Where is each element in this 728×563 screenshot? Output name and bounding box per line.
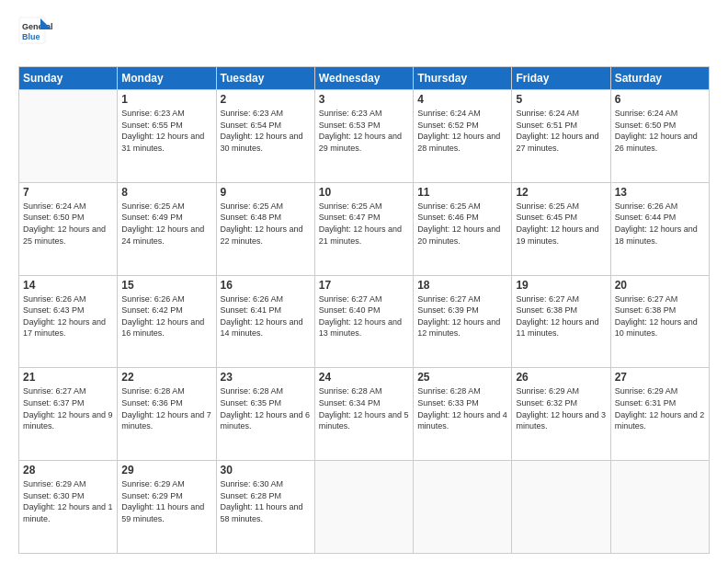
calendar-cell: 14Sunrise: 6:26 AMSunset: 6:43 PMDayligh…: [19, 275, 118, 368]
calendar-cell: [610, 461, 709, 554]
cell-info: Sunrise: 6:27 AMSunset: 6:38 PMDaylight:…: [516, 293, 606, 339]
cell-info: Sunrise: 6:25 AMSunset: 6:49 PMDaylight:…: [121, 201, 211, 247]
cell-info: Sunrise: 6:24 AMSunset: 6:52 PMDaylight:…: [417, 108, 507, 154]
sunset-label: Sunset: 6:38 PM: [615, 305, 677, 315]
sunset-label: Sunset: 6:36 PM: [121, 398, 183, 408]
sunset-label: Sunset: 6:49 PM: [121, 213, 183, 222]
cell-info: Sunrise: 6:28 AMSunset: 6:35 PMDaylight:…: [221, 385, 311, 431]
sunset-label: Sunset: 6:50 PM: [23, 213, 85, 222]
cell-info: Sunrise: 6:28 AMSunset: 6:33 PMDaylight:…: [417, 385, 507, 431]
sunset-label: Sunset: 6:39 PM: [417, 305, 479, 315]
day-number: 25: [417, 371, 507, 384]
day-number: 30: [221, 464, 311, 477]
calendar-cell: 24Sunrise: 6:28 AMSunset: 6:34 PMDayligh…: [314, 368, 413, 461]
sunrise-label: Sunrise: 6:24 AM: [516, 109, 579, 118]
sunset-label: Sunset: 6:33 PM: [417, 398, 479, 408]
calendar-week-row: 1Sunrise: 6:23 AMSunset: 6:55 PMDaylight…: [19, 90, 710, 183]
weekday-header: Tuesday: [216, 67, 314, 90]
daylight-label: Daylight: 12 hours and 19 minutes.: [516, 224, 598, 246]
sunset-label: Sunset: 6:44 PM: [615, 213, 677, 222]
sunrise-label: Sunrise: 6:28 AM: [319, 386, 382, 396]
cell-info: Sunrise: 6:26 AMSunset: 6:44 PMDaylight:…: [615, 201, 705, 247]
day-number: 21: [23, 371, 113, 384]
calendar-cell: 28Sunrise: 6:29 AMSunset: 6:30 PMDayligh…: [19, 461, 118, 554]
cell-info: Sunrise: 6:27 AMSunset: 6:37 PMDaylight:…: [23, 385, 113, 431]
sunrise-label: Sunrise: 6:29 AM: [23, 479, 86, 488]
calendar-cell: 17Sunrise: 6:27 AMSunset: 6:40 PMDayligh…: [314, 275, 413, 368]
sunset-label: Sunset: 6:28 PM: [221, 491, 282, 500]
daylight-label: Daylight: 12 hours and 25 minutes.: [23, 224, 106, 246]
cell-info: Sunrise: 6:25 AMSunset: 6:45 PMDaylight:…: [516, 201, 606, 247]
weekday-header: Friday: [512, 67, 610, 90]
day-number: 11: [417, 186, 507, 199]
cell-info: Sunrise: 6:24 AMSunset: 6:51 PMDaylight:…: [516, 108, 606, 154]
sunset-label: Sunset: 6:55 PM: [121, 121, 183, 130]
daylight-label: Daylight: 12 hours and 20 minutes.: [417, 224, 500, 246]
calendar-week-row: 7Sunrise: 6:24 AMSunset: 6:50 PMDaylight…: [19, 182, 710, 275]
sunset-label: Sunset: 6:45 PM: [516, 213, 577, 222]
daylight-label: Daylight: 12 hours and 11 minutes.: [516, 317, 598, 339]
calendar-cell: [512, 461, 610, 554]
sunset-label: Sunset: 6:35 PM: [221, 398, 282, 408]
sunrise-label: Sunrise: 6:28 AM: [417, 386, 481, 396]
calendar-cell: 6Sunrise: 6:24 AMSunset: 6:50 PMDaylight…: [610, 90, 709, 183]
day-number: 4: [417, 93, 507, 106]
daylight-label: Daylight: 12 hours and 21 minutes.: [319, 224, 402, 246]
cell-info: Sunrise: 6:23 AMSunset: 6:55 PMDaylight:…: [121, 108, 211, 154]
sunrise-label: Sunrise: 6:25 AM: [121, 201, 185, 211]
calendar-cell: 12Sunrise: 6:25 AMSunset: 6:45 PMDayligh…: [512, 182, 610, 275]
cell-info: Sunrise: 6:26 AMSunset: 6:43 PMDaylight:…: [23, 293, 113, 339]
sunrise-label: Sunrise: 6:29 AM: [121, 479, 185, 488]
cell-info: Sunrise: 6:27 AMSunset: 6:40 PMDaylight:…: [319, 293, 409, 339]
daylight-label: Daylight: 12 hours and 4 minutes.: [417, 410, 507, 431]
cell-info: Sunrise: 6:25 AMSunset: 6:46 PMDaylight:…: [417, 201, 507, 247]
sunset-label: Sunset: 6:50 PM: [615, 121, 677, 130]
day-number: 22: [121, 371, 211, 384]
daylight-label: Daylight: 11 hours and 58 minutes.: [221, 502, 303, 523]
day-number: 28: [23, 464, 113, 477]
cell-info: Sunrise: 6:29 AMSunset: 6:32 PMDaylight:…: [516, 385, 606, 431]
cell-info: Sunrise: 6:28 AMSunset: 6:36 PMDaylight:…: [121, 385, 211, 431]
daylight-label: Daylight: 12 hours and 9 minutes.: [23, 410, 113, 431]
calendar-cell: 27Sunrise: 6:29 AMSunset: 6:31 PMDayligh…: [610, 368, 709, 461]
calendar-cell: 11Sunrise: 6:25 AMSunset: 6:46 PMDayligh…: [414, 182, 512, 275]
sunrise-label: Sunrise: 6:26 AM: [221, 294, 284, 304]
sunset-label: Sunset: 6:32 PM: [516, 398, 577, 408]
calendar-cell: 23Sunrise: 6:28 AMSunset: 6:35 PMDayligh…: [216, 368, 314, 461]
calendar-cell: 7Sunrise: 6:24 AMSunset: 6:50 PMDaylight…: [19, 182, 118, 275]
calendar-cell: 9Sunrise: 6:25 AMSunset: 6:48 PMDaylight…: [216, 182, 314, 275]
calendar-cell: 25Sunrise: 6:28 AMSunset: 6:33 PMDayligh…: [414, 368, 512, 461]
weekday-header: Saturday: [610, 67, 709, 90]
weekday-header: Thursday: [414, 67, 512, 90]
daylight-label: Daylight: 12 hours and 14 minutes.: [221, 317, 303, 339]
cell-info: Sunrise: 6:28 AMSunset: 6:34 PMDaylight:…: [319, 385, 409, 431]
sunrise-label: Sunrise: 6:27 AM: [516, 294, 579, 304]
daylight-label: Daylight: 12 hours and 24 minutes.: [121, 224, 204, 246]
sunset-label: Sunset: 6:54 PM: [221, 121, 282, 130]
calendar-week-row: 21Sunrise: 6:27 AMSunset: 6:37 PMDayligh…: [19, 368, 710, 461]
daylight-label: Daylight: 11 hours and 59 minutes.: [121, 502, 204, 523]
calendar-cell: 20Sunrise: 6:27 AMSunset: 6:38 PMDayligh…: [610, 275, 709, 368]
sunrise-label: Sunrise: 6:26 AM: [121, 294, 185, 304]
logo: General Blue: [18, 17, 59, 57]
weekday-header: Monday: [118, 67, 216, 90]
calendar-week-row: 14Sunrise: 6:26 AMSunset: 6:43 PMDayligh…: [19, 275, 710, 368]
calendar-cell: 26Sunrise: 6:29 AMSunset: 6:32 PMDayligh…: [512, 368, 610, 461]
daylight-label: Daylight: 12 hours and 13 minutes.: [319, 317, 402, 339]
daylight-label: Daylight: 12 hours and 3 minutes.: [516, 410, 606, 431]
sunrise-label: Sunrise: 6:25 AM: [417, 201, 481, 211]
cell-info: Sunrise: 6:26 AMSunset: 6:41 PMDaylight:…: [221, 293, 311, 339]
calendar-cell: 10Sunrise: 6:25 AMSunset: 6:47 PMDayligh…: [314, 182, 413, 275]
sunrise-label: Sunrise: 6:29 AM: [615, 386, 678, 396]
cell-info: Sunrise: 6:29 AMSunset: 6:29 PMDaylight:…: [121, 478, 211, 524]
day-number: 10: [319, 186, 409, 199]
sunset-label: Sunset: 6:41 PM: [221, 305, 282, 315]
sunrise-label: Sunrise: 6:26 AM: [615, 201, 678, 211]
calendar-cell: 5Sunrise: 6:24 AMSunset: 6:51 PMDaylight…: [512, 90, 610, 183]
cell-info: Sunrise: 6:24 AMSunset: 6:50 PMDaylight:…: [615, 108, 705, 154]
day-number: 13: [615, 186, 705, 199]
daylight-label: Daylight: 12 hours and 27 minutes.: [516, 132, 598, 153]
day-number: 6: [615, 93, 705, 106]
cell-info: Sunrise: 6:24 AMSunset: 6:50 PMDaylight:…: [23, 201, 113, 247]
day-number: 18: [417, 279, 507, 292]
